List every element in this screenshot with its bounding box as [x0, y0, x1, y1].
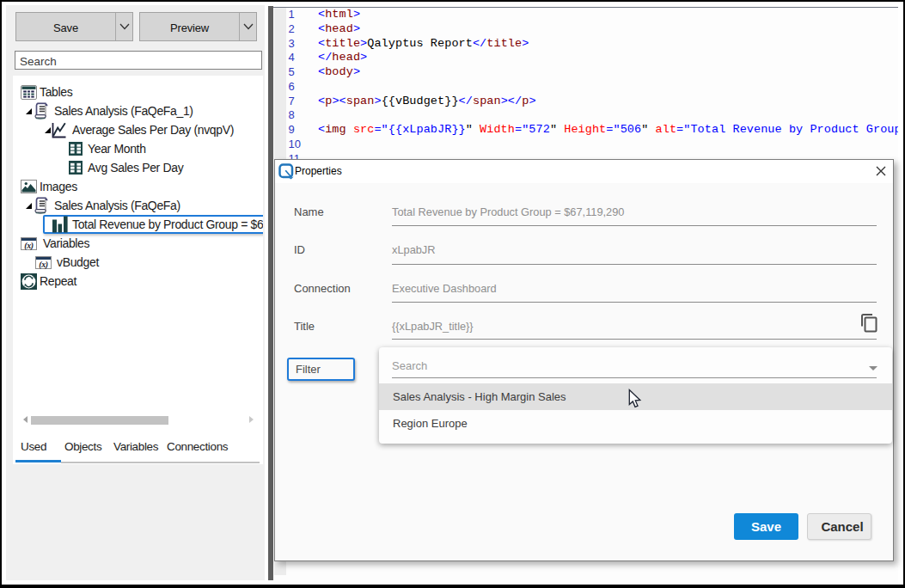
svg-text:(x): (x) — [39, 259, 48, 268]
svg-text:(x): (x) — [24, 240, 34, 249]
